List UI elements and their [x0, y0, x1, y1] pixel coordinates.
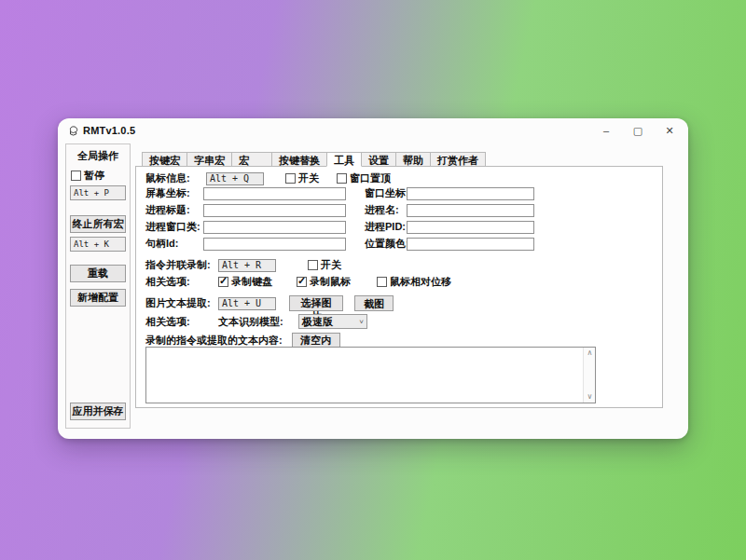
tools-panel: 鼠标信息: Alt + Q 开关 窗口置顶 屏幕坐标: 窗口坐标: 进程标题: … — [135, 166, 663, 408]
clear-content-button[interactable]: 清空内容 — [292, 333, 340, 348]
position-color-label: 位置颜色: — [365, 237, 407, 251]
scroll-up-icon[interactable]: ∧ — [584, 348, 596, 358]
output-label: 录制的指令或提取的文本内容: — [145, 334, 283, 348]
output-textarea[interactable]: ∧ ∨ — [145, 347, 596, 403]
screen-coords-input[interactable] — [203, 187, 346, 200]
screen-coords-label: 屏幕坐标: — [145, 186, 203, 200]
new-config-button[interactable]: 新增配置 — [70, 289, 126, 307]
desktop: { "window": { "title": "RMTv1.0.5", "con… — [0, 0, 746, 560]
position-color-input[interactable] — [407, 238, 534, 251]
global-actions-panel: 全局操作 暂停 Alt + P 终止所有宏 Alt + K 重载 新增配置 应用… — [65, 143, 131, 429]
pause-checkbox[interactable] — [71, 171, 81, 181]
ocr-options-label: 相关选项: — [145, 315, 218, 329]
output-content — [148, 348, 582, 402]
global-actions-title: 全局操作 — [70, 149, 126, 163]
mouse-info-label: 鼠标信息: — [145, 171, 203, 185]
ocr-model-label: 文本识别模型: — [218, 315, 298, 329]
output-header-row: 录制的指令或提取的文本内容: 清空内容 — [145, 333, 340, 348]
ocr-options-row: 相关选项: 文本识别模型: 极速版 ˅ — [145, 314, 367, 329]
tab-donate[interactable]: 打赏作者 — [430, 152, 486, 166]
screenshot-button[interactable]: 截图 — [354, 295, 394, 311]
mouse-relative-checkbox[interactable] — [377, 277, 387, 287]
ocr-row: 图片文本提取: Alt + U 选择图片 截图 — [145, 295, 394, 311]
vertical-scrollbar[interactable]: ∧ ∨ — [583, 348, 595, 403]
tab-tools[interactable]: 工具 — [326, 152, 362, 167]
stop-all-hotkey-input[interactable]: Alt + K — [70, 237, 126, 252]
field-row: 进程窗口类: 进程PID: — [145, 220, 534, 234]
record-label: 指令并联录制: — [145, 258, 218, 272]
maximize-icon[interactable]: ▢ — [632, 126, 643, 136]
select-image-button[interactable]: 选择图片 — [289, 295, 343, 311]
record-switch-label: 开关 — [321, 258, 341, 272]
window-coords-label: 窗口坐标: — [365, 186, 407, 200]
pause-row: 暂停 — [71, 169, 126, 183]
pause-label: 暂停 — [84, 169, 104, 183]
process-name-input[interactable] — [407, 204, 534, 217]
mouse-relative-label: 鼠标相对位移 — [390, 275, 451, 289]
notebook: 按键宏 字串宏 宏 按键替换 工具 设置 帮助 打赏作者 鼠标信息: Alt +… — [135, 152, 663, 408]
apply-save-button[interactable]: 应用并保存 — [70, 403, 126, 420]
tab-bar: 按键宏 字串宏 宏 按键替换 工具 设置 帮助 打赏作者 — [142, 152, 663, 166]
process-window-class-label: 进程窗口类: — [145, 220, 203, 234]
stop-all-macros-button[interactable]: 终止所有宏 — [70, 215, 126, 233]
tab-string-macro[interactable]: 字串宏 — [186, 152, 232, 166]
record-switch-checkbox[interactable] — [308, 260, 318, 270]
mouse-info-switch-label: 开关 — [298, 171, 319, 185]
field-row: 句柄Id: 位置颜色: — [145, 237, 534, 251]
process-name-label: 进程名: — [365, 203, 407, 217]
mouse-info-row: 鼠标信息: Alt + Q 开关 窗口置顶 — [145, 171, 391, 185]
ocr-model-value: 极速版 — [302, 315, 333, 329]
ocr-label: 图片文本提取: — [145, 296, 218, 310]
process-window-class-input[interactable] — [203, 221, 346, 234]
record-options-row: 相关选项: 录制键盘 录制鼠标 鼠标相对位移 — [145, 275, 451, 289]
process-pid-input[interactable] — [407, 221, 534, 234]
process-title-label: 进程标题: — [145, 203, 203, 217]
window-topmost-label: 窗口置顶 — [350, 171, 391, 185]
tab-key-replace[interactable]: 按键替换 — [271, 152, 327, 166]
minimize-icon[interactable]: – — [601, 126, 612, 136]
ocr-model-select[interactable]: 极速版 ˅ — [298, 314, 367, 329]
titlebar: RMTv1.0.5 – ▢ ✕ — [58, 118, 688, 143]
mouse-info-hotkey-input[interactable]: Alt + Q — [206, 172, 264, 185]
process-pid-label: 进程PID: — [365, 220, 407, 234]
reload-button[interactable]: 重载 — [70, 265, 126, 282]
window-coords-input[interactable] — [407, 187, 534, 200]
record-mouse-checkbox[interactable] — [297, 277, 307, 287]
pause-hotkey-input[interactable]: Alt + P — [70, 185, 126, 200]
handle-id-input[interactable] — [203, 238, 346, 251]
tab-help[interactable]: 帮助 — [395, 152, 431, 166]
field-row: 屏幕坐标: 窗口坐标: — [145, 186, 534, 200]
tab-key-macro[interactable]: 按键宏 — [142, 152, 187, 166]
scroll-down-icon[interactable]: ∨ — [584, 392, 596, 402]
record-keyboard-label: 录制键盘 — [231, 275, 272, 289]
record-row: 指令并联录制: Alt + R 开关 — [145, 258, 341, 272]
ocr-hotkey-input[interactable]: Alt + U — [218, 297, 276, 310]
tab-macro[interactable]: 宏 — [231, 152, 272, 166]
window-controls: – ▢ ✕ — [601, 126, 675, 136]
handle-id-label: 句柄Id: — [145, 237, 203, 251]
mouse-info-switch-checkbox[interactable] — [285, 173, 296, 184]
process-title-input[interactable] — [203, 204, 346, 217]
field-row: 进程标题: 进程名: — [145, 203, 534, 217]
chevron-down-icon: ˅ — [359, 318, 364, 326]
app-logo-icon — [67, 125, 79, 137]
record-hotkey-input[interactable]: Alt + R — [218, 259, 276, 272]
window-topmost-checkbox[interactable] — [337, 173, 347, 184]
app-window: RMTv1.0.5 – ▢ ✕ 全局操作 暂停 Alt + P 终止所有宏 Al… — [58, 118, 688, 439]
record-mouse-label: 录制鼠标 — [310, 275, 351, 289]
close-icon[interactable]: ✕ — [664, 126, 675, 136]
tab-settings[interactable]: 设置 — [361, 152, 396, 166]
record-options-label: 相关选项: — [145, 275, 218, 289]
window-title: RMTv1.0.5 — [83, 125, 135, 136]
record-keyboard-checkbox[interactable] — [218, 277, 228, 287]
